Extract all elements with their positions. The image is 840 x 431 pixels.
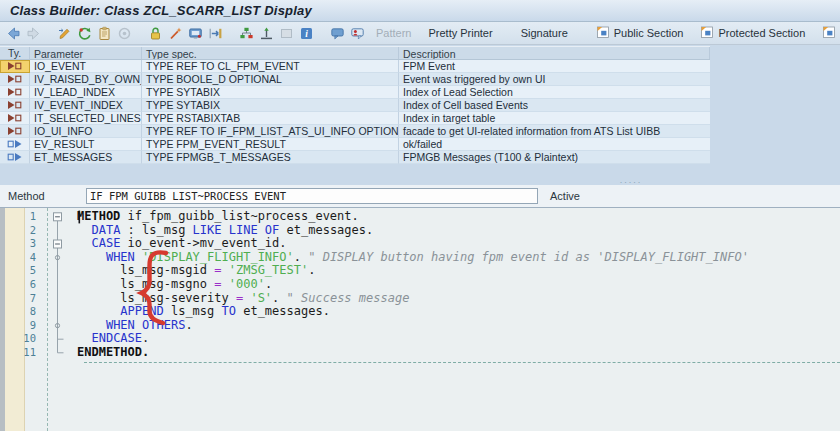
code-line[interactable]: 10 ENDCASE. [0,332,840,346]
importing-param-icon-cell[interactable] [0,99,30,112]
code-text: DATA : ls_msg LIKE LINE OF et_messages. [44,224,373,238]
column-header-type-spec[interactable]: Type spec. [142,47,399,59]
code-text: METHOD if_fpm_guibb_list~process_event. [44,210,359,224]
code-text: ls_msg-severity = 'S'. " Success message [44,292,409,306]
parameter-cell[interactable]: IO_UI_INFO [30,125,142,138]
display-change-icon[interactable] [57,25,72,42]
svg-text:i: i [305,29,308,39]
public-section-button-label: Public Section [614,27,684,39]
code-line[interactable]: 1METHOD if_fpm_guibb_list~process_event. [0,210,840,224]
importing-param-icon-cell[interactable] [0,125,30,138]
line-number: 11 [0,346,44,360]
parameter-cell[interactable]: EV_RESULT [30,138,142,151]
code-text: ENDCASE. [44,332,149,346]
code-line[interactable]: 5 ls_msg-msgid = 'ZMSG_TEST'. [0,264,840,278]
code-text: WHEN OTHERS. [44,319,193,333]
table-header-row: Ty.ParameterType spec.Description [0,46,710,60]
info-icon[interactable]: i [299,25,314,42]
table-row[interactable]: IV_RAISED_BY_OWN_UITYPE BOOLE_D OPTIONAL… [0,73,710,86]
column-header-ty[interactable]: Ty. [0,47,30,59]
type-spec-cell[interactable]: TYPE SYTABIX [142,99,399,112]
importing-param-icon [7,87,22,97]
exporting-param-icon-cell[interactable] [0,138,30,151]
back-icon[interactable] [6,25,21,42]
type-spec-cell[interactable]: TYPE REF TO IF_FPM_LIST_ATS_UI_INFO OPTI… [142,125,399,138]
code-text: ls_msg-msgno = '000'. [44,278,272,292]
section-doc-icon [700,25,714,41]
code-line[interactable]: 11ENDMETHOD. [0,346,840,360]
type-spec-cell[interactable]: TYPE RSTABIXTAB [142,112,399,125]
refresh-icon[interactable] [77,25,92,42]
importing-param-icon [7,74,22,84]
type-spec-cell[interactable]: TYPE SYTABIX [142,86,399,99]
description-cell[interactable]: Event was triggered by own UI [399,73,710,86]
table-row[interactable]: IV_LEAD_INDEXTYPE SYTABIXIndex of Lead S… [0,86,710,99]
pretty-printer-button[interactable]: Pretty Printer [422,26,498,40]
section-doc-icon [822,25,836,41]
importing-param-icon-cell[interactable] [0,86,30,99]
description-cell[interactable]: Index in target table [399,112,710,125]
line-number: 2 [0,224,44,238]
parameter-cell[interactable]: ET_MESSAGES [30,151,142,164]
exit-icon[interactable] [208,25,223,42]
table-row[interactable]: IT_SELECTED_LINESTYPE RSTABIXTABIndex in… [0,112,710,125]
code-line[interactable]: 3 CASE io_event->mv_event_id. [0,237,840,251]
importing-param-icon [7,126,22,136]
importing-param-icon-cell[interactable] [0,112,30,125]
parameter-cell[interactable]: IV_RAISED_BY_OWN_UI [30,73,142,86]
table-row[interactable]: IV_EVENT_INDEXTYPE SYTABIXIndex of Cell … [0,99,710,112]
code-text: WHEN 'DISPLAY_FLIGHT_INFO'. " DISPLAY bu… [44,251,749,265]
panel-divider-area [0,164,840,185]
protected-section-button[interactable]: Protected Section [694,24,811,42]
description-cell[interactable]: facade to get UI-related information fro… [399,125,710,138]
table-row[interactable]: IO_UI_INFOTYPE REF TO IF_FPM_LIST_ATS_UI… [0,125,710,138]
private-section-button[interactable]: Private Section [816,24,840,42]
code-line[interactable]: 6 ls_msg-msgno = '000'. [0,278,840,292]
forward-icon [26,25,41,42]
protected-section-button-label: Protected Section [718,27,805,39]
column-header-description[interactable]: Description [399,47,710,59]
copy-icon[interactable] [97,25,112,42]
method-status: Active [550,190,580,202]
method-name-field[interactable] [86,188,538,204]
exporting-param-icon-cell[interactable] [0,151,30,164]
column-header-parameter[interactable]: Parameter [30,47,142,59]
type-spec-cell[interactable]: TYPE BOOLE_D OPTIONAL [142,73,399,86]
level-icon[interactable] [259,25,274,42]
description-cell[interactable]: FPMGB Messages (T100 & Plaintext) [399,151,710,164]
code-line[interactable]: 9 WHEN OTHERS. [0,319,840,333]
parameter-cell[interactable]: IT_SELECTED_LINES [30,112,142,125]
monitor-icon[interactable] [188,25,203,42]
wand-icon[interactable] [168,25,183,42]
table-row[interactable]: IO_EVENTTYPE REF TO CL_FPM_EVENTFPM Even… [0,60,710,73]
code-text: CASE io_event->mv_event_id. [44,237,287,251]
code-line[interactable]: 7 ls_msg-severity = 'S'. " Success messa… [0,292,840,306]
code-editor[interactable]: 1METHOD if_fpm_guibb_list~process_event.… [0,208,840,431]
line-number: 5 [0,264,44,278]
type-spec-cell[interactable]: TYPE FPM_EVENT_RESULT [142,138,399,151]
description-cell[interactable]: ok/failed [399,138,710,151]
type-spec-cell[interactable]: TYPE REF TO CL_FPM_EVENT [142,60,399,73]
code-line[interactable]: 4 WHEN 'DISPLAY_FLIGHT_INFO'. " DISPLAY … [0,251,840,265]
public-section-button[interactable]: Public Section [590,24,690,42]
code-line[interactable]: 8 APPEND ls_msg TO et_messages. [0,305,840,319]
hierarchy-icon[interactable] [239,25,254,42]
importing-param-icon-cell[interactable] [0,60,30,73]
pretty-printer-button-label: Pretty Printer [428,27,492,39]
parameter-cell[interactable]: IV_LEAD_INDEX [30,86,142,99]
lock-icon[interactable] [148,25,163,42]
table-row[interactable]: EV_RESULTTYPE FPM_EVENT_RESULTok/failed [0,138,710,151]
type-spec-cell[interactable]: TYPE FPMGB_T_MESSAGES [142,151,399,164]
parameter-cell[interactable]: IO_EVENT [30,60,142,73]
description-cell[interactable]: FPM Event [399,60,710,73]
target-icon [117,25,132,42]
parameter-cell[interactable]: IV_EVENT_INDEX [30,99,142,112]
description-cell[interactable]: Index of Lead Selection [399,86,710,99]
table-row[interactable]: ET_MESSAGESTYPE FPMGB_T_MESSAGESFPMGB Me… [0,151,710,164]
bubble-icon[interactable] [330,25,345,42]
message-bubble-icon[interactable] [350,25,365,42]
code-line[interactable]: 2 DATA : ls_msg LIKE LINE OF et_messages… [0,224,840,238]
signature-button[interactable]: Signature [515,26,574,40]
importing-param-icon-cell[interactable] [0,73,30,86]
description-cell[interactable]: Index of Cell based Events [399,99,710,112]
